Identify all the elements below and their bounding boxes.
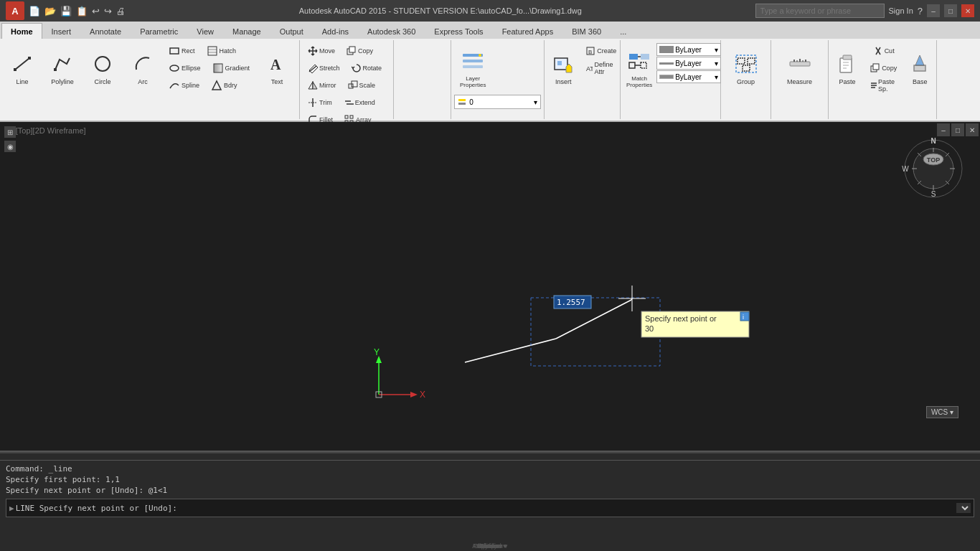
move-label: Move: [319, 47, 335, 55]
hatch-button[interactable]: Hatch: [202, 43, 242, 59]
tab-addins[interactable]: Add-ins: [313, 23, 358, 39]
polyline-label: Polyline: [51, 78, 74, 85]
ellipse-button[interactable]: Ellipse: [164, 60, 206, 76]
tab-more[interactable]: ...: [611, 23, 636, 39]
command-input-row[interactable]: ▶ LINE Specify next point or [Undo]: ▾: [6, 499, 974, 517]
svg-text:i: i: [743, 314, 744, 321]
tab-parametric[interactable]: Parametric: [131, 23, 187, 39]
circle-label: Circle: [94, 78, 110, 85]
svg-marker-11: [212, 81, 221, 90]
gradient-button[interactable]: Gradient: [207, 60, 255, 76]
group-groups: Group Groups ▾: [721, 40, 771, 119]
boundary-button[interactable]: Bdry: [206, 77, 242, 93]
titlebar: A 📄 📂 💾 📋 ↩ ↪ 🖨 Autodesk AutoCAD 2015 - …: [0, 0, 980, 22]
line-button[interactable]: Line: [3, 43, 42, 93]
bylayer1-selector[interactable]: ByLayer ▾: [656, 43, 721, 56]
svg-rect-14: [349, 47, 355, 52]
undo-icon[interactable]: ↩: [92, 6, 100, 17]
maximize-button[interactable]: □: [944, 4, 957, 17]
rotate-button[interactable]: Rotate: [347, 60, 387, 76]
mirror-button[interactable]: Mirror: [303, 77, 341, 93]
layer-properties-button[interactable]: LayerProperties: [454, 43, 491, 93]
stretch-button[interactable]: Stretch: [303, 60, 345, 76]
svg-rect-5: [170, 48, 179, 54]
measure-button[interactable]: Measure: [774, 43, 825, 93]
circle-button[interactable]: Circle: [83, 43, 122, 93]
scale-button[interactable]: Scale: [343, 77, 381, 93]
group-button[interactable]: Group: [724, 43, 768, 93]
trim-button[interactable]: Trim: [303, 95, 337, 110]
group-clipboard: Paste Cut Copy Paste Sp.: [829, 40, 937, 119]
tab-home[interactable]: Home: [1, 23, 42, 39]
layer-dropdown-arrow[interactable]: ▾: [534, 98, 537, 106]
viewport-top[interactable]: [-][Top][2D Wireframe] ⊞ ◉ TOP N S W: [0, 122, 980, 452]
svg-text:Y: Y: [374, 347, 380, 357]
close-button[interactable]: ✕: [961, 4, 974, 17]
paste-button[interactable]: Paste: [831, 43, 863, 93]
help-icon[interactable]: ?: [918, 6, 923, 17]
plot-icon[interactable]: 🖨: [116, 6, 126, 17]
bylayer1-arrow[interactable]: ▾: [715, 46, 718, 54]
create-block-button[interactable]: B Create: [580, 43, 621, 59]
bylayer2-selector[interactable]: ByLayer ▾: [656, 57, 721, 70]
paste-label: Paste: [839, 78, 856, 85]
spline-button[interactable]: Spline: [164, 77, 204, 93]
copy-button[interactable]: Copy: [341, 43, 378, 59]
match-properties-button[interactable]: MatchProperties: [623, 43, 655, 93]
command-input-dropdown[interactable]: ▾: [956, 503, 971, 513]
view-group-footer[interactable]: View ▾: [0, 542, 980, 550]
group-annotation: Annotation ▾: [394, 40, 451, 119]
define-attrib-button[interactable]: ATT Define Attr: [580, 60, 621, 76]
rectangle-button[interactable]: Rect: [164, 43, 200, 59]
polyline-button[interactable]: Polyline: [43, 43, 82, 93]
open-icon[interactable]: 📂: [44, 6, 56, 17]
tab-insert[interactable]: Insert: [42, 23, 81, 39]
new-icon[interactable]: 📄: [29, 6, 40, 17]
layer-selector[interactable]: 0 ▾: [454, 95, 541, 109]
copy-label: Copy: [358, 47, 373, 55]
insert-button[interactable]: Insert: [547, 43, 579, 93]
match-properties-icon: [626, 48, 652, 74]
save-icon[interactable]: 💾: [60, 6, 72, 17]
tab-bim360[interactable]: BIM 360: [562, 23, 611, 39]
copy-clipboard-button[interactable]: Copy: [864, 60, 903, 76]
arc-button[interactable]: Arc: [123, 43, 162, 93]
svg-text:B: B: [588, 49, 592, 55]
command-input[interactable]: [180, 504, 956, 513]
svg-rect-28: [463, 60, 483, 62]
tab-expresstools[interactable]: Express Tools: [425, 23, 492, 39]
cut-button[interactable]: Cut: [864, 43, 903, 59]
viewport-bottom[interactable]: [0, 452, 980, 460]
group-modify: Move Copy Stretch Rotate Mirror: [300, 40, 394, 119]
title-search-input[interactable]: [755, 4, 885, 18]
arc-icon: [130, 51, 156, 77]
view-group-label: View: [481, 542, 494, 550]
minimize-button[interactable]: –: [927, 4, 940, 17]
text-button[interactable]: A Text: [258, 43, 296, 93]
bylayer1-label: ByLayer: [675, 46, 713, 54]
redo-icon[interactable]: ↪: [104, 6, 112, 17]
bylayer3-selector[interactable]: ByLayer ▾: [656, 70, 721, 83]
group-view: View ▾: [937, 40, 980, 119]
base-button[interactable]: Base: [904, 43, 936, 93]
drawing-area[interactable]: Y X 1.2557 Specify next point or 30: [0, 122, 980, 451]
tab-output[interactable]: Output: [270, 23, 313, 39]
tab-view[interactable]: View: [187, 23, 223, 39]
ribbon-content: Line Polyline: [0, 39, 980, 121]
extend-button[interactable]: Extend: [339, 95, 380, 110]
tab-autodesk360[interactable]: Autodesk 360: [358, 23, 425, 39]
layers-tools: LayerProperties 0 ▾: [453, 42, 542, 119]
svg-rect-39: [641, 54, 649, 60]
saveas-icon[interactable]: 📋: [76, 6, 88, 17]
tab-featuredapps[interactable]: Featured Apps: [493, 23, 563, 39]
tab-manage[interactable]: Manage: [223, 23, 270, 39]
command-input-prefix: LINE Specify next point or [Undo]:: [16, 504, 177, 513]
move-button[interactable]: Move: [303, 43, 340, 59]
signin-button[interactable]: Sign In: [889, 6, 913, 15]
paste-special-button[interactable]: Paste Sp.: [864, 77, 903, 93]
tab-annotate[interactable]: Annotate: [80, 23, 131, 39]
view-expand-icon[interactable]: ▾: [496, 542, 499, 550]
bylayer2-arrow[interactable]: ▾: [715, 60, 718, 67]
bylayer3-arrow[interactable]: ▾: [715, 73, 718, 81]
ribbon: Home Insert Annotate Parametric View Man…: [0, 22, 980, 122]
